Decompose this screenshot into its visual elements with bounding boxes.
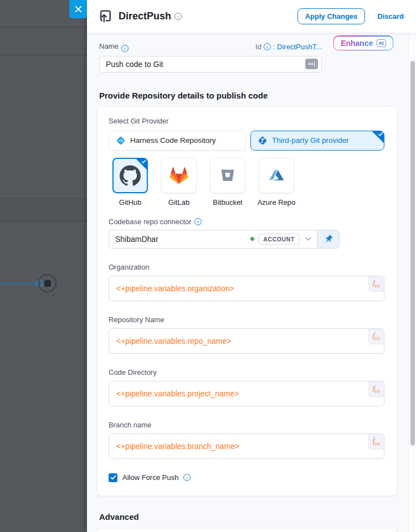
chevron-down-icon <box>305 237 311 241</box>
harness-code-icon: </> <box>116 136 126 146</box>
stop-square-icon <box>44 280 51 287</box>
enhance-label: Enhance <box>341 39 373 48</box>
panel-body: Namei Id i : DirectPushT... Push code to… <box>87 33 408 532</box>
branch-name-input[interactable]: <+pipeline.variables.branch_name> f(x) <box>109 433 384 459</box>
advanced-card <box>97 529 397 532</box>
step-title: DirectPush <box>119 11 171 22</box>
provider-gitlab: GitLab <box>161 158 197 206</box>
fx-expression-button[interactable]: f(x) <box>368 434 384 450</box>
pin-icon <box>323 234 333 244</box>
step-config-panel: DirectPush i Apply Changes Discard Namei… <box>87 0 416 532</box>
force-push-label: Allow Force Push <box>122 473 178 482</box>
connector-field[interactable]: ShibamDhar ACCOUNT <box>109 230 340 249</box>
connector-controls: ACCOUNT <box>250 230 339 248</box>
gitlab-tile[interactable] <box>161 158 197 193</box>
bitbucket-icon <box>219 167 236 184</box>
provider-type-harness[interactable]: </> Harness Code Repository <box>109 131 246 151</box>
pipeline-edge <box>0 283 37 284</box>
repo-section-heading: Provide Repository details to publish co… <box>99 91 408 100</box>
provider-bitbucket: Bitbucket <box>210 158 245 206</box>
repository-name-input[interactable]: <+pipeline.variables.repo_name> f(x) <box>109 328 384 354</box>
id-info-icon[interactable]: i <box>264 43 271 50</box>
expression-value: <+pipeline.variables.organization> <box>116 284 234 293</box>
name-label: Namei <box>99 42 129 52</box>
git-provider-label: Select Git Provider <box>109 117 386 125</box>
check-icon <box>110 475 116 480</box>
connectivity-status-dot <box>250 237 254 241</box>
name-row: Namei Id i : DirectPushT... <box>99 42 322 52</box>
name-input[interactable]: Push code to Git <box>99 56 322 73</box>
svg-text:</>: </> <box>119 139 124 142</box>
advanced-section-heading: Advanced <box>99 512 408 521</box>
direct-push-step-icon <box>98 9 113 24</box>
provider-type-row: </> Harness Code Repository Third-party … <box>109 131 386 151</box>
scope-badge: ACCOUNT <box>258 234 300 245</box>
connector-info-icon[interactable]: i <box>194 218 202 225</box>
provider-type-label: Third-party Git provider <box>272 136 349 144</box>
tile-label: Azure Repo <box>258 198 296 206</box>
stage-band <box>0 199 87 221</box>
edit-id-button[interactable] <box>305 59 318 69</box>
id-label: Id <box>255 43 261 51</box>
step-id: Id i : DirectPushT... <box>255 43 322 51</box>
ai-badge: AI <box>377 39 386 47</box>
expression-value: <+pipeline.variables.branch_name> <box>116 442 239 451</box>
canvas-divider <box>0 55 87 55</box>
check-icon <box>378 132 383 137</box>
check-icon <box>141 159 146 164</box>
connector-chevron-button[interactable] <box>300 237 317 241</box>
expression-value: <+pipeline.variables.repo_name> <box>116 337 231 345</box>
connector-value: ShibamDhar <box>115 235 158 244</box>
pipeline-canvas <box>0 0 87 532</box>
field-label-branch-name: Branch name <box>109 421 386 429</box>
fx-expression-button[interactable]: f(x) <box>368 381 384 397</box>
close-drawer-button[interactable] <box>69 0 87 18</box>
code-directory-input[interactable]: <+pipeline.variables.project_name> f(x) <box>109 381 384 406</box>
selected-corner-check <box>371 131 384 144</box>
organization-input[interactable]: <+pipeline.variables.organization> f(x) <box>109 276 384 301</box>
apply-changes-button[interactable]: Apply Changes <box>297 8 366 24</box>
panel-scrollbar[interactable] <box>408 33 416 532</box>
tile-label: GitLab <box>168 198 189 206</box>
field-label-repository-name: Repository Name <box>109 316 386 324</box>
id-value[interactable]: : DirectPushT... <box>273 43 322 51</box>
enhance-ai-button[interactable]: Enhance AI <box>333 35 393 50</box>
field-label-code-directory: Code Directory <box>109 368 386 376</box>
name-value: Push code to Git <box>106 60 163 69</box>
close-icon <box>75 6 82 13</box>
provider-github: GitHub <box>112 158 148 206</box>
canvas-divider <box>0 221 87 221</box>
connector-label: Codebase repo connectori <box>109 218 386 226</box>
fx-expression-button[interactable]: f(x) <box>368 329 384 344</box>
tile-label: Bitbucket <box>213 198 242 206</box>
github-tile[interactable] <box>112 158 148 193</box>
pin-connector-button[interactable] <box>317 230 339 248</box>
gitlab-icon <box>168 164 190 187</box>
provider-type-thirdparty[interactable]: Third-party Git provider <box>250 131 384 151</box>
scrollbar-thumb[interactable] <box>410 61 415 446</box>
tile-label: GitHub <box>119 198 141 206</box>
expression-value: <+pipeline.variables.project_name> <box>116 389 239 398</box>
force-push-info-icon[interactable]: i <box>183 474 191 481</box>
provider-type-label: Harness Code Repository <box>130 136 216 144</box>
bitbucket-tile[interactable] <box>210 158 245 193</box>
repo-details-card: Select Git Provider </> Harness Code Rep… <box>97 107 397 495</box>
force-push-row: Allow Force Push i <box>109 473 386 482</box>
name-info-icon[interactable]: i <box>121 45 129 52</box>
git-provider-tiles: GitHub GitLab <box>112 158 386 206</box>
github-icon <box>120 165 141 186</box>
panel-header: DirectPush i Apply Changes Discard <box>87 0 416 33</box>
git-branch-icon <box>258 136 268 146</box>
force-push-checkbox[interactable] <box>109 473 117 482</box>
fx-expression-button[interactable]: f(x) <box>368 276 384 292</box>
azure-repo-tile[interactable] <box>259 158 294 193</box>
field-label-organization: Organization <box>109 263 386 271</box>
canvas-divider <box>0 27 87 28</box>
azure-repo-icon <box>266 166 286 185</box>
pipeline-end-node[interactable] <box>38 274 57 292</box>
canvas-divider <box>0 198 87 199</box>
discard-button[interactable]: Discard <box>374 12 407 21</box>
step-info-icon[interactable]: i <box>174 13 182 20</box>
provider-azure: Azure Repo <box>259 158 294 206</box>
canvas-dot-grid <box>0 55 87 532</box>
